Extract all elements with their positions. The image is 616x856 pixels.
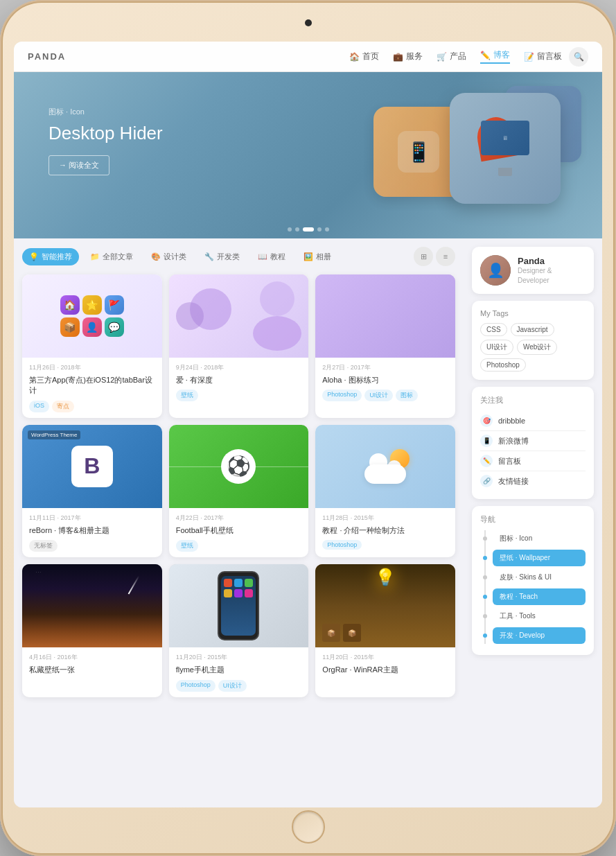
main-content: 💡 智能推荐 📁 全部文章 🎨 设计类 🔧 开发类 📖 教程 🖼️ 相册 ⊞ ≡ — [14, 238, 602, 807]
tag-ui[interactable]: UI设计 — [480, 340, 513, 355]
card-tag[interactable]: 无标签 — [29, 540, 58, 552]
card-football[interactable]: ⚽ 4月22日 · 2017年 Football手机壁纸 壁纸 — [169, 425, 309, 557]
card-tag[interactable]: 图标 — [396, 390, 418, 401]
nav-label-develop[interactable]: 开发 · Develop — [493, 627, 586, 644]
hero-dot-3[interactable] — [303, 227, 314, 232]
search-icon[interactable]: 🔍 — [569, 47, 588, 67]
ipad-frame: PANDA 🏠 首页 💼 服务 🛒 产品 ✏️ 博客 📝 留言板 🔍 图标 · … — [0, 0, 616, 856]
follow-title: 关注我 — [480, 395, 586, 405]
nav-label-icon[interactable]: 图标 · Icon — [493, 530, 586, 547]
follow-links[interactable]: 🔗 友情链接 — [480, 471, 586, 491]
card-title: 爱 · 有深度 — [176, 375, 302, 385]
hero-dot-5[interactable] — [325, 227, 329, 232]
card-tag[interactable]: Photoshop — [322, 390, 362, 401]
nav-link-home[interactable]: 🏠 首页 — [349, 51, 379, 62]
nav-label-teach[interactable]: 教程 · Teach — [493, 588, 586, 605]
cloud-body — [364, 464, 406, 484]
nav-link-service[interactable]: 💼 服务 — [393, 51, 423, 62]
dribbble-icon: 🎯 — [480, 414, 493, 427]
my-tags-section: My Tags CSS Javascript UI设计 Web设计 Photos… — [472, 301, 594, 380]
nav-link-blog[interactable]: ✏️ 博客 — [480, 49, 510, 64]
card-tag[interactable]: Photoshop — [176, 680, 215, 692]
avatar: 👤 — [480, 255, 511, 286]
card-tag[interactable]: 寄点 — [52, 401, 74, 412]
icon-item: 🏠 — [60, 295, 80, 315]
filter-tab-dev[interactable]: 🔧 开发类 — [197, 248, 247, 265]
follow-dribbble[interactable]: 🎯 dribbble — [480, 411, 586, 431]
tags-container: CSS Javascript UI设计 Web设计 Photoshop — [480, 323, 586, 372]
hero-dot-2[interactable] — [295, 227, 299, 232]
weibo-icon: 📱 — [480, 435, 493, 447]
card-wave[interactable]: 9月24日 · 2018年 爱 · 有深度 壁纸 — [169, 274, 309, 418]
cloud-icon — [361, 449, 410, 484]
nav-item-skins: 皮肤 · Skins & UI — [493, 569, 586, 586]
left-content: 💡 智能推荐 📁 全部文章 🎨 设计类 🔧 开发类 📖 教程 🖼️ 相册 ⊞ ≡ — [14, 238, 464, 807]
nav-label-wallpaper[interactable]: 壁纸 · Wallpaper — [493, 550, 586, 566]
tag-css[interactable]: CSS — [480, 323, 507, 336]
card-tags: Photoshop UI设计 — [176, 680, 302, 692]
hero-text: 图标 · Icon Desktop Hider → 阅读全文 — [49, 107, 163, 175]
card-tags: 无标签 — [29, 540, 155, 552]
card-tag[interactable]: UI设计 — [218, 680, 247, 692]
card-image-football: ⚽ — [169, 425, 309, 508]
nav-sidebar-section: 导航 图标 · Icon 壁纸 · Wallpaper — [472, 506, 594, 655]
hero-dot-1[interactable] — [288, 227, 292, 232]
card-title: Aloha · 图标练习 — [322, 375, 448, 385]
timeline-line — [484, 530, 486, 644]
follow-weibo[interactable]: 📱 新浪微博 — [480, 431, 586, 451]
hero-banner: 图标 · Icon Desktop Hider → 阅读全文 📱 — [14, 72, 602, 238]
card-tag[interactable]: Photoshop — [322, 540, 362, 550]
card-tag[interactable]: iOS — [29, 401, 49, 412]
card-image-wave — [169, 274, 309, 358]
filter-tab-design[interactable]: 🎨 设计类 — [144, 248, 193, 265]
hero-dot-4[interactable] — [317, 227, 322, 232]
nav-item-wallpaper: 壁纸 · Wallpaper — [493, 550, 586, 566]
card-body: 11月28日 · 2015年 教程 · 介绍一种绘制方法 Photoshop — [315, 508, 455, 555]
sidebar: 👤 Panda Designer &Developer My Tags CSS … — [464, 238, 602, 807]
home-button[interactable] — [292, 810, 325, 844]
app-icon — [224, 589, 232, 597]
card-tags: 壁纸 — [176, 540, 302, 552]
nav-dot — [483, 536, 487, 541]
card-weather[interactable]: 11月28日 · 2015年 教程 · 介绍一种绘制方法 Photoshop — [315, 425, 455, 557]
card-phone[interactable]: 11月20日 · 2015年 flyme手机主题 Photoshop UI设计 — [169, 564, 309, 697]
tag-webdesign[interactable]: Web设计 — [517, 340, 557, 355]
card-image-phone — [169, 564, 309, 647]
grid-view-btn[interactable]: ⊞ — [414, 247, 433, 266]
card-aloha[interactable]: 2月27日 · 2017年 Aloha · 图标练习 Photoshop UI设… — [315, 274, 455, 418]
phone-apps — [221, 576, 256, 600]
hero-read-btn[interactable]: → 阅读全文 — [49, 155, 109, 175]
card-ios-tabbar[interactable]: 🏠 ⭐ 🚩 📦 👤 💬 11月26日 · 2018年 第三方App(寄点)在iO… — [22, 274, 162, 418]
card-title: Football手机壁纸 — [176, 525, 302, 536]
filter-tab-smart[interactable]: 💡 智能推荐 — [22, 248, 79, 265]
card-image-weather — [315, 425, 455, 508]
card-winrar[interactable]: 💡 📦 📦 11月20日 · 2015年 OrgRar · WinRAR主题 — [315, 564, 455, 697]
football-ground: ⚽ — [169, 425, 309, 508]
nav-label-tools[interactable]: 工具 · Tools — [493, 608, 586, 624]
nav-dot — [483, 575, 487, 579]
card-sunset[interactable]: · · · 4月16日 · 2016年 私藏壁纸一张 — [22, 564, 162, 697]
guestbook-icon: ✏️ — [480, 455, 493, 467]
nav-link-product[interactable]: 🛒 产品 — [437, 51, 466, 62]
app-icon — [224, 579, 232, 587]
icon-item: ⭐ — [82, 295, 102, 315]
nav-links: 🏠 首页 💼 服务 🛒 产品 ✏️ 博客 📝 留言板 — [349, 49, 562, 64]
list-view-btn[interactable]: ≡ — [436, 247, 455, 266]
tag-photoshop[interactable]: Photoshop — [480, 358, 526, 372]
card-reborn[interactable]: WordPress Theme B 11月11日 · 2017年 reBorn … — [22, 425, 162, 557]
card-tag[interactable]: 壁纸 — [176, 540, 198, 552]
nav-label-skins[interactable]: 皮肤 · Skins & UI — [493, 569, 586, 586]
filter-tab-all[interactable]: 📁 全部文章 — [83, 248, 140, 265]
card-tags: Photoshop — [322, 540, 448, 550]
view-toggle: ⊞ ≡ — [414, 247, 455, 266]
card-tag[interactable]: UI设计 — [364, 390, 393, 401]
nav-link-message[interactable]: 📝 留言板 — [524, 51, 562, 62]
card-tags: Photoshop UI设计 图标 — [322, 390, 448, 401]
card-title: flyme手机主题 — [176, 665, 302, 675]
card-tag[interactable]: 壁纸 — [176, 390, 198, 401]
filter-tab-tutorial[interactable]: 📖 教程 — [251, 248, 292, 265]
tag-javascript[interactable]: Javascript — [511, 323, 554, 336]
filter-tab-gallery[interactable]: 🖼️ 相册 — [297, 248, 338, 265]
follow-guestbook[interactable]: ✏️ 留言板 — [480, 451, 586, 471]
card-image-bootstrap: WordPress Theme B — [22, 425, 162, 508]
